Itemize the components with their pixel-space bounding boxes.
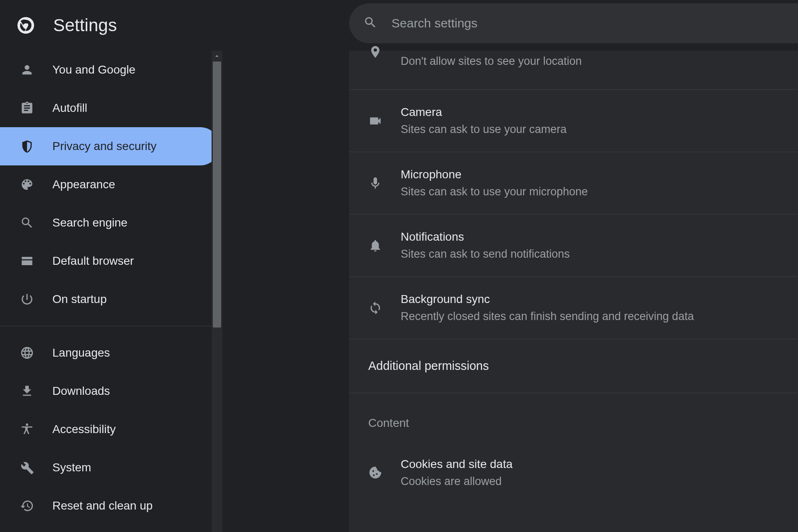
sidebar-item-label: Appearance (52, 178, 115, 191)
main: Don't allow sites to see your location C… (233, 51, 798, 532)
permission-title: Microphone (401, 168, 588, 181)
sidebar: You and Google Autofill Privacy and secu… (0, 51, 222, 532)
sidebar-item-downloads[interactable]: Downloads (0, 372, 219, 410)
permission-row-notifications[interactable]: Notifications Sites can ask to send noti… (349, 214, 798, 277)
settings-panel: Don't allow sites to see your location C… (349, 51, 798, 532)
chrome-logo-icon (16, 15, 36, 35)
palette-icon (20, 177, 34, 192)
permission-title: Background sync (401, 293, 694, 306)
microphone-icon (368, 176, 382, 190)
sidebar-item-label: Privacy and security (52, 140, 157, 153)
content-row-cookies[interactable]: Cookies and site data Cookies are allowe… (349, 441, 798, 504)
permission-row-background-sync[interactable]: Background sync Recently closed sites ca… (349, 277, 798, 339)
sidebar-item-label: Languages (52, 346, 110, 360)
permission-title: Notifications (401, 230, 570, 244)
content-section-header: Content (349, 393, 798, 441)
sidebar-item-label: Default browser (52, 254, 134, 268)
search-icon (363, 15, 377, 31)
person-icon (20, 63, 34, 77)
sidebar-item-languages[interactable]: Languages (0, 334, 219, 372)
sidebar-item-appearance[interactable]: Appearance (0, 165, 219, 204)
header-left: Settings (0, 15, 117, 35)
wrench-icon (20, 461, 34, 475)
browser-icon (20, 254, 34, 268)
permission-title: Camera (401, 106, 566, 119)
clipboard-icon (20, 101, 34, 115)
page-title: Settings (53, 15, 117, 35)
sidebar-item-label: Search engine (52, 216, 128, 229)
sidebar-item-default-browser[interactable]: Default browser (0, 242, 219, 280)
sidebar-item-label: Accessibility (52, 423, 116, 436)
scrollbar-thumb[interactable] (213, 62, 221, 328)
permission-row-camera[interactable]: Camera Sites can ask to use your camera (349, 90, 798, 152)
accessibility-icon (20, 422, 34, 436)
sidebar-item-you-and-google[interactable]: You and Google (0, 51, 219, 89)
search-input[interactable] (392, 16, 798, 30)
bell-icon (368, 239, 382, 253)
permission-desc: Don't allow sites to see your location (401, 55, 582, 68)
sidebar-item-on-startup[interactable]: On startup (0, 280, 219, 318)
sidebar-item-autofill[interactable]: Autofill (0, 89, 219, 127)
additional-permissions-link[interactable]: Additional permissions (349, 339, 798, 393)
sidebar-item-label: On startup (52, 293, 107, 306)
permission-row-microphone[interactable]: Microphone Sites can ask to use your mic… (349, 152, 798, 214)
camera-icon (368, 114, 382, 128)
sidebar-item-label: System (52, 461, 91, 474)
globe-icon (20, 346, 34, 360)
permission-desc: Recently closed sites can finish sending… (401, 310, 694, 323)
permission-desc: Sites can ask to use your microphone (401, 185, 588, 198)
sidebar-item-system[interactable]: System (0, 448, 219, 487)
permission-row-location[interactable]: Don't allow sites to see your location (349, 51, 798, 90)
cookie-icon (368, 466, 382, 480)
content-desc: Cookies are allowed (401, 475, 512, 488)
permission-desc: Sites can ask to send notifications (401, 248, 570, 261)
sidebar-item-search-engine[interactable]: Search engine (0, 204, 219, 242)
shield-icon (20, 139, 34, 153)
scrollbar-up-arrow-icon[interactable] (212, 51, 222, 62)
content-title: Cookies and site data (401, 458, 512, 471)
sidebar-item-label: Downloads (52, 384, 110, 398)
sidebar-scrollbar[interactable] (212, 51, 222, 532)
search-bar[interactable] (349, 3, 798, 43)
permission-desc: Sites can ask to use your camera (401, 123, 566, 136)
sidebar-item-label: You and Google (52, 63, 135, 76)
sidebar-item-label: Reset and clean up (52, 499, 153, 512)
sync-icon (368, 301, 382, 315)
sidebar-item-privacy-security[interactable]: Privacy and security (0, 127, 219, 165)
sidebar-item-reset[interactable]: Reset and clean up (0, 487, 219, 525)
sidebar-separator (0, 326, 222, 326)
search-icon (20, 216, 34, 230)
svg-point-0 (24, 23, 28, 27)
header: Settings (0, 0, 798, 51)
sidebar-item-accessibility[interactable]: Accessibility (0, 410, 219, 448)
restore-icon (20, 499, 34, 513)
download-icon (20, 384, 34, 398)
power-icon (20, 292, 34, 306)
sidebar-item-label: Autofill (52, 101, 87, 115)
